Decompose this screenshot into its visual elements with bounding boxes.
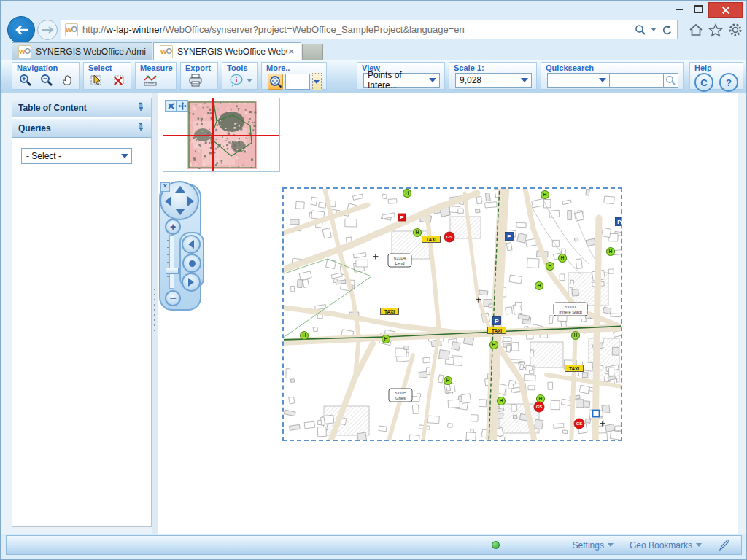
window-minimize-button[interactable] bbox=[670, 2, 688, 16]
map-marker-taxi[interactable]: TAXI bbox=[565, 365, 584, 372]
clear-selection-button[interactable] bbox=[112, 73, 126, 88]
tab-weboffice-client[interactable]: wO SYNERGIS WebOffice WebO... × bbox=[153, 42, 301, 60]
zoom-out-button[interactable] bbox=[39, 73, 53, 88]
nav-widget-collapse-button[interactable]: × bbox=[160, 182, 170, 192]
map-marker-h[interactable]: H bbox=[382, 335, 390, 343]
overview-map[interactable] bbox=[163, 98, 280, 172]
zoom-out-control[interactable]: − bbox=[165, 290, 181, 306]
redlining-pencil-icon[interactable] bbox=[718, 539, 731, 552]
zoom-slider[interactable] bbox=[169, 235, 174, 289]
forward-triangle-icon bbox=[188, 278, 194, 287]
panel-queries[interactable]: Queries bbox=[12, 119, 151, 138]
map-marker-h[interactable]: H bbox=[546, 262, 554, 271]
quicksearch-category-select[interactable] bbox=[547, 73, 610, 88]
map-marker-h[interactable]: H bbox=[301, 332, 309, 340]
pan-right-arrow[interactable] bbox=[187, 196, 194, 206]
map-marker-h[interactable]: H bbox=[403, 190, 411, 198]
print-button[interactable] bbox=[187, 73, 204, 88]
chevron-down-icon bbox=[429, 78, 436, 82]
toolbar-group-tools: Tools i bbox=[222, 62, 258, 90]
settings-menu[interactable]: Settings bbox=[573, 540, 614, 551]
url-dropdown-caret[interactable] bbox=[651, 28, 657, 31]
map-marker-bluebox[interactable] bbox=[593, 411, 600, 417]
geo-bookmarks-menu[interactable]: Geo Bookmarks bbox=[630, 540, 702, 551]
map-marker-p[interactable]: P bbox=[506, 233, 514, 241]
more-combo[interactable] bbox=[285, 74, 310, 90]
back-arrow-icon bbox=[13, 24, 29, 36]
quicksearch-input[interactable] bbox=[610, 73, 664, 88]
panel-table-of-content[interactable]: Table of Content bbox=[12, 98, 151, 117]
back-triangle-icon bbox=[188, 240, 194, 249]
map-marker-h[interactable]: H bbox=[498, 397, 506, 405]
zoom-slider-handle[interactable] bbox=[166, 268, 179, 274]
new-tab-stub[interactable] bbox=[302, 44, 323, 61]
svg-text:H: H bbox=[303, 332, 306, 338]
scale-input[interactable]: 9,028 bbox=[455, 73, 532, 88]
pan-left-arrow[interactable] bbox=[165, 196, 171, 206]
address-bar[interactable]: wO http://w-lap-wintner/WebOffice/synser… bbox=[61, 20, 678, 39]
favorites-button[interactable] bbox=[707, 21, 724, 39]
map-marker-h[interactable]: H bbox=[490, 341, 498, 349]
browser-back-button[interactable] bbox=[7, 16, 35, 44]
district-label: 63105Gries bbox=[389, 389, 412, 402]
map-marker-f[interactable]: F bbox=[398, 214, 406, 221]
pan-zoom-button[interactable] bbox=[268, 74, 283, 90]
query-select[interactable]: - Select - bbox=[21, 148, 132, 164]
tools-dropdown-caret[interactable] bbox=[247, 79, 252, 82]
map-marker-h[interactable]: H bbox=[444, 377, 452, 385]
map-marker-taxi[interactable]: TAXI bbox=[488, 327, 506, 334]
map-marker-h[interactable]: H bbox=[535, 282, 543, 290]
map-marker-cross[interactable] bbox=[374, 254, 379, 260]
sidebar-splitter[interactable] bbox=[152, 93, 158, 534]
chevron-down-icon bbox=[608, 543, 614, 547]
search-icon[interactable] bbox=[635, 24, 646, 36]
map-marker-p[interactable]: P bbox=[616, 218, 622, 226]
view-forward-button[interactable] bbox=[182, 273, 201, 292]
map-marker-h[interactable]: H bbox=[559, 254, 567, 262]
pan-down-arrow[interactable] bbox=[175, 209, 185, 215]
overview-move-button[interactable] bbox=[177, 100, 188, 112]
map-marker-h[interactable]: H bbox=[572, 332, 580, 340]
tab-weboffice-admin[interactable]: wO SYNERGIS WebOffice Administ... bbox=[12, 42, 152, 60]
map-marker-taxi[interactable]: TAXI bbox=[422, 236, 441, 243]
map-marker-h[interactable]: H bbox=[414, 229, 422, 237]
map-marker-p[interactable]: P bbox=[493, 317, 501, 325]
quicksearch-button[interactable] bbox=[664, 73, 678, 88]
pan-up-arrow[interactable] bbox=[175, 186, 185, 192]
overview-close-button[interactable] bbox=[165, 100, 177, 112]
pan-button[interactable] bbox=[61, 73, 74, 88]
map-selection-frame[interactable]: 63104Lend63101Innere Stadt63105GriesHHHH… bbox=[282, 187, 622, 441]
info-tool-button[interactable]: i bbox=[228, 73, 244, 88]
view-back-button[interactable] bbox=[182, 235, 201, 254]
zoom-in-control[interactable]: + bbox=[165, 219, 181, 235]
refresh-icon[interactable] bbox=[661, 24, 673, 36]
map-marker-h[interactable]: H bbox=[607, 248, 615, 256]
window-maximize-button[interactable] bbox=[689, 2, 707, 16]
home-button[interactable] bbox=[687, 21, 705, 39]
more-combo-dropdown[interactable] bbox=[312, 73, 322, 90]
view-full-extent-button[interactable] bbox=[182, 254, 201, 273]
window-close-button[interactable] bbox=[708, 2, 743, 18]
map-marker-gs[interactable]: GS bbox=[534, 402, 544, 412]
url-text: http://w-lap-wintner/WebOffice/synserver… bbox=[82, 24, 465, 35]
pin-icon[interactable] bbox=[136, 102, 145, 114]
measure-button[interactable] bbox=[142, 73, 159, 88]
copyright-button[interactable]: C bbox=[694, 73, 713, 92]
tab-close-icon[interactable]: × bbox=[287, 46, 295, 57]
map-marker-gs[interactable]: GS bbox=[574, 419, 584, 429]
map-marker-taxi[interactable]: TAXI bbox=[381, 308, 399, 315]
svg-text:H: H bbox=[549, 263, 552, 268]
select-button[interactable] bbox=[90, 73, 104, 88]
map-navigation-widget: + − × bbox=[159, 181, 203, 311]
zoom-in-button[interactable] bbox=[18, 73, 32, 88]
city-map[interactable]: 63104Lend63101Innere Stadt63105GriesHHHH… bbox=[284, 189, 621, 440]
view-select[interactable]: Points of Intere... bbox=[363, 73, 440, 88]
settings-button[interactable] bbox=[727, 21, 744, 39]
browser-forward-button[interactable] bbox=[37, 20, 58, 40]
tab1-label: SYNERGIS WebOffice Administ... bbox=[36, 47, 146, 57]
map-marker-gs[interactable]: GS bbox=[444, 232, 454, 242]
help-button[interactable]: ? bbox=[719, 73, 738, 92]
map-marker-h[interactable]: H bbox=[541, 191, 549, 199]
pin-icon[interactable] bbox=[136, 122, 145, 134]
home-icon bbox=[689, 23, 703, 36]
